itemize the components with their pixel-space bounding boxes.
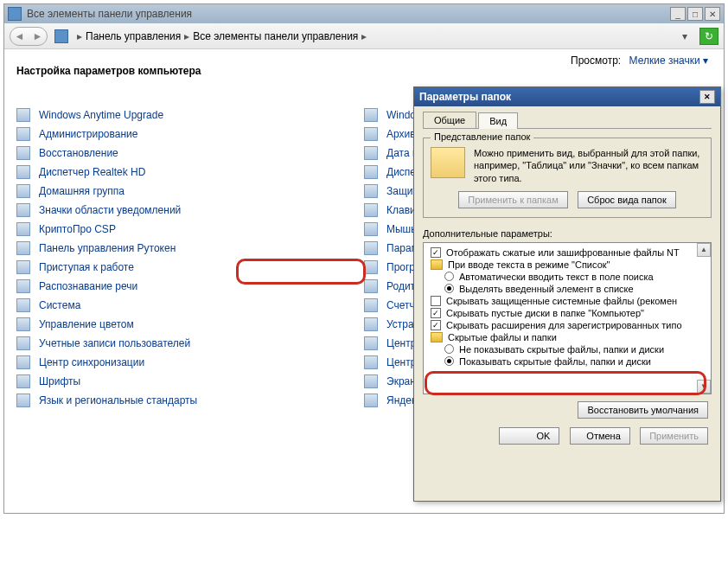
tree-label: Автоматически вводить текст в поле поиск… (459, 272, 654, 282)
apply-to-folders-button[interactable]: Применить к папкам (458, 191, 568, 208)
item-icon (364, 355, 378, 369)
close-button[interactable]: ✕ (705, 7, 720, 21)
item-link[interactable]: Администрирование (39, 128, 137, 140)
page-heading: Настройка параметров компьютера (16, 65, 712, 77)
control-panel-item[interactable]: Диспетчер Realtek HD (16, 165, 364, 179)
cancel-button[interactable]: Отмена (570, 427, 630, 445)
tree-label: Скрывать расширения для зарегистрированн… (446, 320, 682, 330)
view-label: Просмотр: (571, 54, 621, 67)
item-link[interactable]: Восстановление (39, 147, 118, 159)
control-panel-item[interactable]: Система (16, 298, 364, 312)
control-panel-item[interactable]: Шрифты (16, 374, 364, 388)
control-panel-item[interactable]: Windows Anytime Upgrade (16, 108, 364, 122)
control-panel-item[interactable]: Язык и региональные стандарты (16, 394, 364, 407)
item-link[interactable]: Учетные записи пользователей (39, 337, 190, 349)
item-icon (364, 127, 378, 141)
maximize-button[interactable]: □ (687, 7, 703, 21)
tree-row[interactable]: Скрывать защищенные системные файлы (рек… (425, 295, 709, 307)
control-panel-item[interactable]: Панель управления Рутокен (16, 241, 364, 255)
restore-defaults-button[interactable]: Восстановить умолчания (578, 401, 708, 419)
item-icon (16, 394, 30, 407)
control-panel-item[interactable]: Распознавание речи (16, 279, 364, 293)
item-link[interactable]: Диспетчер Realtek HD (39, 166, 145, 178)
item-link[interactable]: Язык и региональные стандарты (39, 394, 197, 406)
control-panel-item[interactable]: Центр синхронизации (16, 355, 364, 369)
item-icon (364, 279, 378, 293)
tree-label: Выделять введенный элемент в списке (459, 284, 634, 294)
control-panel-item[interactable]: Администрирование (16, 127, 364, 141)
groupbox-text: Можно применить вид, выбранный для этой … (474, 147, 704, 184)
item-link[interactable]: Распознавание речи (39, 280, 137, 292)
refresh-button[interactable]: ↻ (699, 28, 718, 45)
dialog-close-button[interactable]: ✕ (699, 90, 715, 104)
item-link[interactable]: Приступая к работе (39, 261, 134, 273)
item-icon (16, 374, 30, 388)
tree-label: Отображать сжатые или зашифрованные файл… (446, 247, 680, 258)
checkbox-icon: ✓ (431, 247, 441, 258)
titlebar: Все элементы панели управления _ □ ✕ (4, 4, 724, 23)
tree-row[interactable]: ✓Скрывать расширения для зарегистрирован… (425, 319, 709, 331)
breadcrumb[interactable]: ▸ Панель управления ▸ Все элементы панел… (54, 29, 682, 43)
tree-row[interactable]: ✓Отображать сжатые или зашифрованные фай… (425, 246, 709, 259)
tree-row[interactable]: ✓Скрывать пустые диски в папке "Компьюте… (425, 307, 709, 319)
item-icon (16, 260, 30, 274)
groupbox-legend: Представление папок (431, 131, 533, 142)
control-panel-item[interactable]: Значки области уведомлений (16, 203, 364, 217)
ok-button[interactable]: OK (499, 427, 559, 445)
minimize-button[interactable]: _ (670, 7, 686, 21)
radio-icon (444, 344, 454, 354)
scroll-up-button[interactable]: ▲ (697, 243, 711, 257)
advanced-settings-tree[interactable]: ▲ ▼ ✓Отображать сжатые или зашифрованные… (423, 242, 712, 394)
item-icon (364, 374, 378, 388)
control-panel-item[interactable]: Восстановление (16, 146, 364, 160)
view-dropdown[interactable]: Мелкие значки ▾ (629, 54, 708, 67)
item-link[interactable]: Панель управления Рутокен (39, 242, 176, 254)
item-link[interactable]: Центр синхронизации (39, 356, 144, 368)
scroll-down-button[interactable]: ▼ (697, 380, 711, 394)
item-icon (364, 298, 378, 312)
item-icon (16, 355, 30, 369)
breadcrumb-part[interactable]: Панель управления (86, 30, 181, 42)
tree-row[interactable]: Не показывать скрытые файлы, папки и дис… (425, 343, 709, 355)
tab-general[interactable]: Общие (423, 112, 476, 128)
item-icon (16, 108, 30, 122)
breadcrumb-part[interactable]: Все элементы панели управления (193, 30, 358, 42)
item-link[interactable]: Управление цветом (39, 318, 134, 330)
control-panel-item[interactable]: Управление цветом (16, 317, 364, 331)
item-icon (364, 165, 378, 179)
tab-view[interactable]: Вид (478, 112, 518, 129)
item-icon (16, 241, 30, 255)
item-link[interactable]: Шрифты (39, 375, 80, 387)
item-link[interactable]: Экран (386, 375, 416, 387)
checkbox-icon: ✓ (431, 308, 441, 318)
tree-row[interactable]: Выделять введенный элемент в списке (425, 283, 709, 295)
folder-icon (431, 332, 443, 342)
chevron-down-icon[interactable]: ▾ (682, 30, 687, 42)
dialog-titlebar: Параметры папок ✕ (414, 87, 720, 106)
tree-row[interactable]: Скрытые файлы и папки (425, 331, 709, 343)
control-panel-item[interactable]: Приступая к работе (16, 260, 364, 274)
item-link[interactable]: Домашняя группа (39, 185, 125, 197)
control-panel-item[interactable]: Домашняя группа (16, 184, 364, 198)
folder-view-groupbox: Представление папок Можно применить вид,… (423, 138, 712, 218)
tree-row[interactable]: Автоматически вводить текст в поле поиск… (425, 271, 709, 283)
view-selector: Просмотр: Мелкие значки ▾ (571, 54, 708, 67)
apply-button[interactable]: Применить (640, 427, 708, 445)
reset-folders-button[interactable]: Сброс вида папок (578, 191, 676, 208)
item-link[interactable]: Windows Anytime Upgrade (39, 109, 163, 121)
nav-back-forward[interactable]: ◄ ► (10, 27, 48, 46)
item-icon (16, 317, 30, 331)
item-link[interactable]: Значки области уведомлений (39, 204, 181, 216)
item-icon (364, 260, 378, 274)
tree-row[interactable]: Показывать скрытые файлы, папки и диски (425, 355, 709, 368)
checkbox-icon: ✓ (431, 320, 441, 330)
tree-label: При вводе текста в режиме "Список" (448, 259, 610, 270)
item-icon (16, 146, 30, 160)
item-link[interactable]: Мышь (386, 223, 417, 235)
item-link[interactable]: Система (39, 299, 80, 311)
control-panel-item[interactable]: КриптоПро CSP (16, 222, 364, 236)
control-panel-item[interactable]: Учетные записи пользователей (16, 336, 364, 350)
tree-label: Показывать скрытые файлы, папки и диски (459, 356, 651, 367)
tree-row[interactable]: При вводе текста в режиме "Список" (425, 259, 709, 271)
item-link[interactable]: КриптоПро CSP (39, 223, 116, 235)
